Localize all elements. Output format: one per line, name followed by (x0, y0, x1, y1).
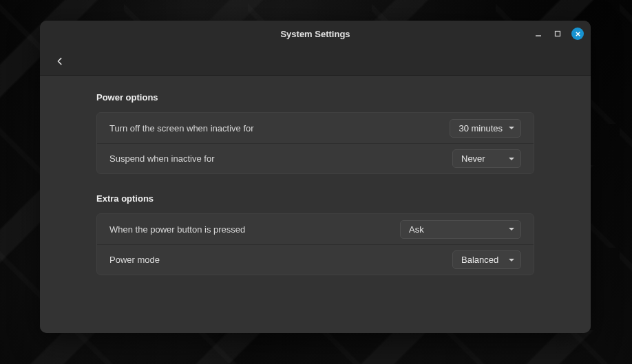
close-button[interactable] (571, 28, 584, 40)
screen-off-row: Turn off the screen when inactive for 30… (97, 113, 534, 143)
minimize-button[interactable] (533, 28, 544, 39)
titlebar: System Settings (40, 21, 591, 47)
power-options-title: Power options (96, 92, 534, 103)
close-icon (575, 31, 581, 37)
suspend-row: Suspend when inactive for Never (97, 143, 534, 173)
power-mode-dropdown[interactable]: Balanced (452, 250, 521, 269)
settings-content: Power options Turn off the screen when i… (40, 76, 591, 333)
maximize-icon (554, 30, 561, 37)
power-button-row: When the power button is pressed Ask (97, 214, 534, 244)
chevron-down-icon (508, 257, 515, 263)
chevron-down-icon (508, 156, 515, 162)
power-mode-value: Balanced (461, 255, 498, 265)
extra-options-list: When the power button is pressed Ask Pow… (96, 213, 534, 275)
window-controls (533, 21, 584, 47)
power-options-section: Power options Turn off the screen when i… (96, 92, 534, 174)
window-title: System Settings (280, 29, 350, 39)
power-options-list: Turn off the screen when inactive for 30… (96, 112, 534, 174)
extra-options-title: Extra options (96, 193, 534, 204)
power-mode-row: Power mode Balanced (97, 244, 534, 275)
screen-off-dropdown[interactable]: 30 minutes (450, 119, 521, 138)
suspend-dropdown[interactable]: Never (452, 149, 521, 168)
chevron-left-icon (55, 56, 65, 66)
suspend-label: Suspend when inactive for (109, 153, 214, 164)
screen-off-label: Turn off the screen when inactive for (109, 123, 254, 133)
back-button[interactable] (50, 51, 70, 72)
minimize-icon (535, 30, 542, 37)
power-button-dropdown[interactable]: Ask (400, 220, 521, 239)
power-button-label: When the power button is pressed (109, 224, 245, 235)
settings-window: System Settings Power options Turn off t… (40, 21, 591, 333)
maximize-button[interactable] (552, 28, 563, 39)
power-mode-label: Power mode (109, 255, 160, 265)
screen-off-value: 30 minutes (459, 123, 503, 133)
power-button-value: Ask (409, 224, 424, 235)
chevron-down-icon (508, 125, 515, 131)
svg-rect-1 (556, 32, 560, 36)
chevron-down-icon (508, 226, 515, 232)
extra-options-section: Extra options When the power button is p… (96, 193, 534, 275)
toolbar (40, 47, 591, 76)
suspend-value: Never (461, 153, 485, 164)
